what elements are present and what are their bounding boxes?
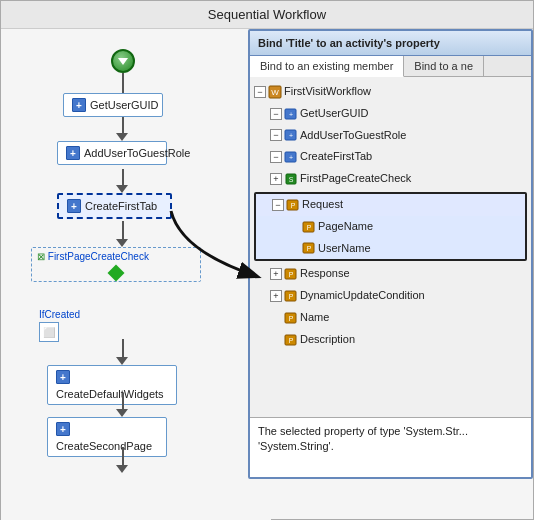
node-label-2: AddUserToGuestRole	[84, 147, 190, 159]
expand-addUser[interactable]	[270, 129, 282, 141]
selected-group-box: P Request P PageName	[254, 192, 527, 261]
tab-new-member[interactable]: Bind to a ne	[404, 56, 484, 76]
node-label-5: CreateSecondPage	[56, 440, 152, 452]
activity-icon-4	[56, 370, 70, 384]
property-icon-response: P	[284, 267, 298, 281]
tree-view: W FirstVisitWorkflow + GetUserGUID	[254, 81, 527, 351]
expand-dynamicUpdate[interactable]	[270, 290, 282, 302]
workflow-area: Sequential Workflow GetUserGUID AddUserT…	[0, 0, 534, 520]
tree-item-firstPageCreateCheck[interactable]: S FirstPageCreateCheck	[254, 168, 527, 190]
expand-description	[270, 334, 282, 346]
node-createSecondPage[interactable]: CreateSecondPage	[47, 417, 167, 457]
node-addUserToGuestRole[interactable]: AddUserToGuestRole	[57, 141, 167, 165]
activity-icon-3	[67, 199, 81, 213]
dialog-tabs: Bind to an existing member Bind to a ne	[250, 56, 531, 77]
tree-item-description[interactable]: P Description	[254, 329, 527, 351]
svg-text:P: P	[289, 315, 294, 322]
svg-text:P: P	[289, 271, 294, 278]
node-label: GetUserGUID	[90, 99, 158, 111]
connector-line-6	[122, 447, 124, 467]
tree-item-getUserGUID[interactable]: + GetUserGUID	[254, 103, 527, 125]
svg-text:P: P	[307, 224, 312, 231]
sequence-label: ⊠ FirstPageCreateCheck	[34, 250, 198, 263]
svg-text:+: +	[289, 132, 293, 139]
tree-item-root[interactable]: W FirstVisitWorkflow	[254, 81, 527, 103]
connector-line-3	[122, 221, 124, 241]
tree-item-addUserToGuestRole[interactable]: + AddUserToGuestRole	[254, 125, 527, 147]
property-icon-description: P	[284, 333, 298, 347]
expand-createFirstTab[interactable]	[270, 151, 282, 163]
expand-name	[270, 312, 282, 324]
expand-userName	[288, 242, 300, 254]
arrow-down-3	[116, 239, 128, 247]
svg-text:+: +	[289, 154, 293, 161]
tab-existing-member[interactable]: Bind to an existing member	[250, 56, 404, 77]
dialog-title: Bind 'Title' to an activity's property	[250, 31, 531, 56]
svg-text:S: S	[289, 176, 294, 183]
node-label-3: CreateFirstTab	[85, 200, 157, 212]
start-node	[111, 49, 135, 73]
expand-pageName	[288, 221, 300, 233]
svg-text:+: +	[289, 111, 293, 118]
tree-item-dynamicUpdateCondition[interactable]: P DynamicUpdateCondition	[254, 285, 527, 307]
tree-item-pageName[interactable]: P PageName	[256, 216, 525, 238]
arrow-down-1	[116, 133, 128, 141]
tree-item-name[interactable]: P Name	[254, 307, 527, 329]
workflow-canvas: GetUserGUID AddUserToGuestRole CreateFir…	[1, 29, 271, 520]
property-icon-dynamicUpdate: P	[284, 289, 298, 303]
svg-text:P: P	[307, 245, 312, 252]
dialog-description: The selected property of type 'System.St…	[250, 417, 531, 477]
expand-firstPageCreateCheck[interactable]	[270, 173, 282, 185]
diamond-connector	[108, 265, 125, 282]
property-icon-userName: P	[302, 241, 316, 255]
sequence-icon-tree: S	[284, 172, 298, 186]
node-label-4: CreateDefaultWidgets	[56, 388, 164, 400]
dialog-tree-content[interactable]: W FirstVisitWorkflow + GetUserGUID	[250, 77, 531, 417]
dialog-panel: Bind 'Title' to an activity's property B…	[248, 29, 533, 479]
connector-line	[122, 73, 124, 93]
ifCreated-label: IfCreated	[39, 309, 80, 320]
activity-icon-2	[66, 146, 80, 160]
property-icon-name: P	[284, 311, 298, 325]
property-icon-pageName: P	[302, 220, 316, 234]
expand-response[interactable]	[270, 268, 282, 280]
property-icon-request: P	[286, 198, 300, 212]
svg-text:P: P	[289, 337, 294, 344]
node-createDefaultWidgets[interactable]: CreateDefaultWidgets	[47, 365, 177, 405]
svg-text:W: W	[271, 88, 279, 97]
title-bar: Sequential Workflow	[1, 1, 533, 29]
arrow-down-2	[116, 185, 128, 193]
expand-request[interactable]	[272, 199, 284, 211]
tree-item-response[interactable]: P Response	[254, 263, 527, 285]
svg-text:P: P	[289, 293, 294, 300]
svg-text:P: P	[291, 202, 296, 209]
workflow-icon: W	[268, 85, 282, 99]
connector-line-4	[122, 339, 124, 359]
tree-item-request[interactable]: P Request	[256, 194, 525, 216]
arrow-down-5	[116, 409, 128, 417]
tree-item-userName[interactable]: P UserName	[256, 238, 525, 260]
arrow-down-4	[116, 357, 128, 365]
sequence-firstPageCreateCheck: ⊠ FirstPageCreateCheck	[31, 247, 201, 282]
node-getUserGUID[interactable]: GetUserGUID	[63, 93, 163, 117]
activity-icon-tree-1: +	[284, 107, 298, 121]
activity-icon-5	[56, 422, 70, 436]
expand-getUserGUID[interactable]	[270, 108, 282, 120]
activity-icon	[72, 98, 86, 112]
activity-icon-tree-2: +	[284, 128, 298, 142]
ifCreated-icon: ⬜	[39, 322, 59, 342]
activity-icon-tree-3: +	[284, 150, 298, 164]
node-createFirstTab[interactable]: CreateFirstTab	[57, 193, 172, 219]
tree-item-createFirstTab[interactable]: + CreateFirstTab	[254, 146, 527, 168]
arrow-down-6	[116, 465, 128, 473]
expand-root[interactable]	[254, 86, 266, 98]
workflow-title: Sequential Workflow	[208, 7, 326, 22]
